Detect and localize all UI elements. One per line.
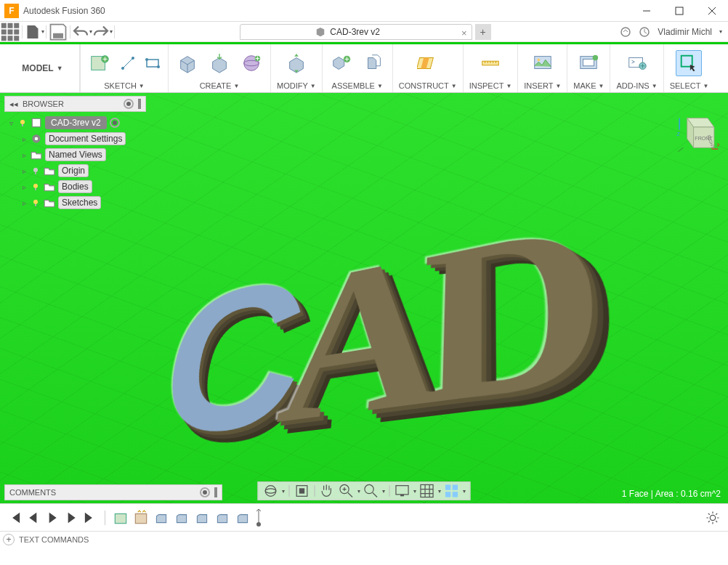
timeline-prev-button[interactable] bbox=[26, 511, 41, 525]
press-pull-button[interactable] bbox=[283, 50, 310, 76]
tree-item-named-views[interactable]: ▹ Named Views bbox=[4, 147, 146, 163]
activate-icon[interactable] bbox=[110, 118, 120, 128]
3d-print-button[interactable] bbox=[575, 50, 602, 76]
visibility-icon[interactable] bbox=[31, 166, 41, 176]
sphere-button[interactable] bbox=[238, 50, 264, 76]
zoom-button[interactable] bbox=[339, 483, 355, 499]
folder-icon bbox=[31, 149, 42, 160]
timeline-start-button[interactable] bbox=[7, 511, 22, 525]
timeline-next-button[interactable] bbox=[64, 511, 78, 525]
plane-button[interactable] bbox=[415, 50, 441, 76]
scripts-button[interactable] bbox=[624, 50, 650, 76]
cube-icon bbox=[315, 27, 325, 37]
grid-settings-button[interactable] bbox=[419, 483, 435, 499]
timeline-sketch-feature[interactable] bbox=[113, 510, 129, 526]
select-button[interactable] bbox=[676, 50, 702, 76]
tree-item-sketches[interactable]: ▹ Sketches bbox=[4, 195, 146, 211]
timeline-emboss-feature[interactable] bbox=[133, 510, 149, 526]
svg-rect-3 bbox=[14, 23, 19, 28]
line-tool-button[interactable] bbox=[118, 54, 137, 73]
comments-pin-icon[interactable] bbox=[200, 487, 210, 497]
app-title: Autodesk Fusion 360 bbox=[23, 6, 105, 16]
viewport-layout-button[interactable] bbox=[444, 483, 460, 499]
tree-item-bodies[interactable]: ▹ Bodies bbox=[4, 179, 146, 195]
fit-button[interactable] bbox=[363, 483, 379, 499]
tree-item-origin[interactable]: ▹ Origin bbox=[4, 163, 146, 179]
svg-rect-66 bbox=[115, 513, 126, 523]
tree-expand-icon[interactable]: ▿ bbox=[7, 119, 15, 127]
comments-panel-header[interactable]: COMMENTS bbox=[4, 484, 222, 500]
data-panel-button[interactable] bbox=[0, 22, 20, 42]
tree-root[interactable]: ▿ CAD-3rev v2 bbox=[4, 115, 146, 131]
timeline-fillet-feature-1[interactable] bbox=[153, 510, 169, 526]
view-cube[interactable]: FRONT RIGHT Z X bbox=[674, 110, 719, 155]
ribbon-assemble-group: ASSEMBLE▼ bbox=[323, 44, 392, 92]
save-button[interactable] bbox=[48, 22, 68, 42]
comments-hide-icon[interactable] bbox=[214, 487, 217, 497]
window-maximize-button[interactable] bbox=[663, 0, 695, 22]
tree-expand-icon[interactable]: ▹ bbox=[20, 199, 28, 207]
browser-header[interactable]: ◂◂ BROWSER bbox=[4, 96, 146, 112]
timeline-end-button[interactable] bbox=[83, 511, 97, 525]
ribbon-addins-label[interactable]: ADD-INS▼ bbox=[616, 79, 657, 92]
display-settings-button[interactable] bbox=[395, 483, 410, 499]
redo-button[interactable]: ▾ bbox=[92, 22, 113, 42]
expand-text-commands-icon[interactable]: + bbox=[3, 534, 15, 545]
visibility-icon[interactable] bbox=[31, 198, 41, 208]
timeline-end-marker[interactable] bbox=[255, 508, 262, 527]
timeline-fillet-feature-4[interactable] bbox=[214, 510, 230, 526]
ribbon-sketch-label[interactable]: SKETCH▼ bbox=[104, 79, 145, 92]
tree-expand-icon[interactable]: ▹ bbox=[20, 135, 28, 143]
tree-expand-icon[interactable]: ▹ bbox=[20, 183, 28, 191]
timeline-settings-button[interactable] bbox=[705, 510, 721, 526]
svg-point-18 bbox=[145, 58, 148, 61]
pan-button[interactable] bbox=[320, 483, 336, 499]
visibility-icon[interactable] bbox=[17, 118, 28, 128]
browser-hide-icon[interactable] bbox=[138, 99, 141, 109]
measure-button[interactable] bbox=[477, 50, 503, 76]
tree-item-doc-settings[interactable]: ▹ Document Settings bbox=[4, 131, 146, 147]
box-button[interactable] bbox=[174, 50, 201, 76]
insert-decal-button[interactable] bbox=[530, 50, 556, 76]
ribbon-modify-label[interactable]: MODIFY▼ bbox=[277, 79, 316, 92]
browser-pin-icon[interactable] bbox=[124, 99, 134, 109]
workspace-switcher[interactable]: MODEL ▼ bbox=[0, 44, 80, 92]
timeline-play-button[interactable] bbox=[45, 511, 60, 525]
extrude-button[interactable] bbox=[206, 50, 232, 76]
joint-button[interactable] bbox=[360, 50, 387, 76]
orbit-button[interactable] bbox=[263, 483, 279, 499]
timeline-fillet-feature-3[interactable] bbox=[194, 510, 210, 526]
new-component-button[interactable] bbox=[328, 50, 355, 76]
create-sketch-button[interactable] bbox=[86, 50, 113, 76]
user-name-label[interactable]: Vladimir Michl bbox=[658, 27, 712, 37]
ribbon-select-label[interactable]: SELECT▼ bbox=[670, 79, 709, 92]
new-tab-button[interactable]: + bbox=[475, 24, 491, 40]
timeline-fillet-feature-2[interactable] bbox=[174, 510, 190, 526]
file-menu-button[interactable]: ▾ bbox=[24, 22, 44, 42]
ribbon-construct-label[interactable]: CONSTRUCT▼ bbox=[399, 79, 457, 92]
job-status-icon[interactable] bbox=[639, 26, 650, 38]
ribbon-insert-label[interactable]: INSERT▼ bbox=[524, 79, 561, 92]
rectangle-tool-button[interactable] bbox=[143, 54, 162, 73]
app-icon: F bbox=[4, 4, 19, 18]
ribbon-inspect-label[interactable]: INSPECT▼ bbox=[469, 79, 512, 92]
look-at-button[interactable] bbox=[294, 483, 310, 499]
ribbon-make-label[interactable]: MAKE▼ bbox=[573, 79, 604, 92]
tree-expand-icon[interactable]: ▹ bbox=[20, 151, 28, 159]
ribbon-create-group: CREATE▼ bbox=[169, 44, 270, 92]
browser-collapse-icon[interactable]: ◂◂ bbox=[9, 99, 18, 109]
timeline-fillet-feature-5[interactable] bbox=[235, 510, 251, 526]
visibility-icon[interactable] bbox=[31, 182, 41, 192]
window-close-button[interactable] bbox=[695, 0, 728, 22]
svg-point-39 bbox=[35, 137, 39, 141]
text-commands-bar[interactable]: + TEXT COMMANDS bbox=[0, 531, 728, 547]
updates-icon[interactable] bbox=[620, 26, 631, 38]
ribbon-create-label[interactable]: CREATE▼ bbox=[200, 79, 240, 92]
window-minimize-button[interactable] bbox=[630, 0, 663, 22]
undo-button[interactable]: ▾ bbox=[72, 22, 92, 42]
component-icon bbox=[31, 117, 42, 129]
document-tab[interactable]: CAD-3rev v2 × bbox=[240, 24, 472, 40]
tree-expand-icon[interactable]: ▹ bbox=[20, 167, 28, 175]
close-tab-button[interactable]: × bbox=[461, 28, 467, 38]
ribbon-assemble-label[interactable]: ASSEMBLE▼ bbox=[332, 79, 383, 92]
